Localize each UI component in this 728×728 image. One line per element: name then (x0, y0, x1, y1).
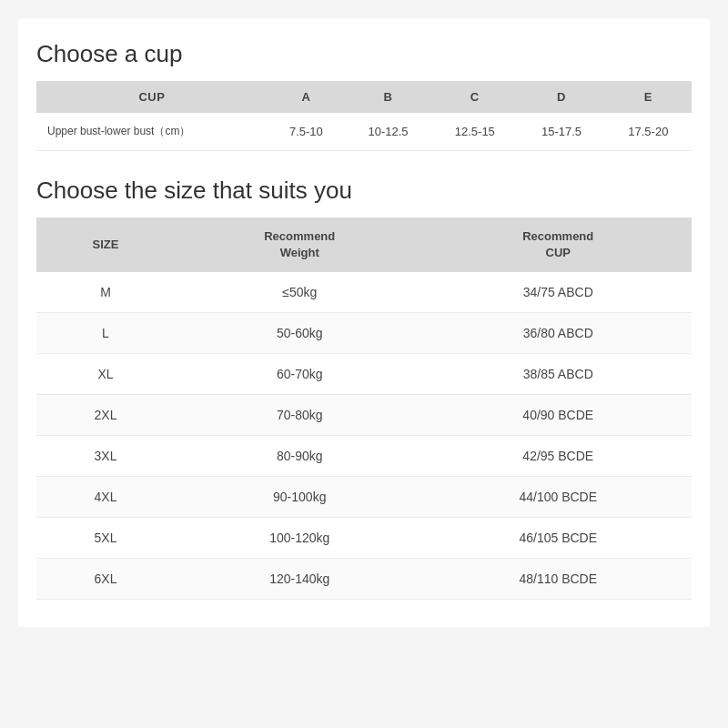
size-cell-size: M (36, 272, 175, 313)
size-cell-cup: 46/105 BCDE (425, 518, 692, 559)
size-cell-size: 3XL (36, 436, 175, 477)
cup-row-a: 7.5-10 (268, 113, 345, 151)
size-col-header-weight: RecommendWeight (175, 217, 425, 272)
size-cell-weight: 80-90kg (175, 436, 425, 477)
cup-col-header-c: C (431, 81, 518, 113)
page-wrapper: Choose a cup CUP A B C D E Upper bust-lo… (18, 18, 710, 627)
cup-row-d: 15-17.5 (518, 113, 604, 151)
size-table-row: XL60-70kg38/85 ABCD (36, 354, 692, 395)
size-cell-size: XL (36, 354, 175, 395)
size-cell-weight: 60-70kg (175, 354, 425, 395)
cup-table-row: Upper bust-lower bust（cm） 7.5-10 10-12.5… (36, 113, 692, 151)
cup-row-label: Upper bust-lower bust（cm） (36, 113, 268, 151)
size-cell-size: 6XL (36, 559, 175, 600)
size-cell-weight: 100-120kg (175, 518, 425, 559)
size-table-row: M≤50kg34/75 ABCD (36, 272, 692, 313)
size-section-title: Choose the size that suits you (36, 177, 692, 205)
cup-table: CUP A B C D E Upper bust-lower bust（cm） … (36, 81, 692, 151)
size-table-row: 4XL90-100kg44/100 BCDE (36, 477, 692, 518)
size-table-header-row: SIZE RecommendWeight RecommendCUP (36, 217, 692, 272)
size-cell-size: 4XL (36, 477, 175, 518)
cup-col-header-e: E (605, 81, 692, 113)
size-col-header-cup: RecommendCUP (425, 217, 692, 272)
cup-col-header-a: A (268, 81, 345, 113)
size-cell-weight: 90-100kg (175, 477, 425, 518)
size-table-row: 5XL100-120kg46/105 BCDE (36, 518, 692, 559)
size-cell-cup: 48/110 BCDE (425, 559, 692, 600)
size-table: SIZE RecommendWeight RecommendCUP M≤50kg… (36, 217, 692, 600)
size-cell-cup: 38/85 ABCD (425, 354, 692, 395)
size-cell-cup: 44/100 BCDE (425, 477, 692, 518)
cup-col-header-d: D (518, 81, 604, 113)
size-cell-cup: 34/75 ABCD (425, 272, 692, 313)
size-cell-cup: 42/95 BCDE (425, 436, 692, 477)
cup-row-b: 10-12.5 (345, 113, 431, 151)
cup-row-c: 12.5-15 (431, 113, 518, 151)
size-cell-weight: 120-140kg (175, 559, 425, 600)
cup-col-header-b: B (345, 81, 431, 113)
size-table-row: 3XL80-90kg42/95 BCDE (36, 436, 692, 477)
size-cell-weight: 50-60kg (175, 313, 425, 354)
size-cell-size: L (36, 313, 175, 354)
size-table-row: L50-60kg36/80 ABCD (36, 313, 692, 354)
cup-section-title: Choose a cup (36, 40, 692, 68)
cup-table-header-row: CUP A B C D E (36, 81, 692, 113)
size-table-row: 6XL120-140kg48/110 BCDE (36, 559, 692, 600)
size-table-row: 2XL70-80kg40/90 BCDE (36, 395, 692, 436)
size-cell-cup: 36/80 ABCD (425, 313, 692, 354)
size-col-header-size: SIZE (36, 217, 175, 272)
size-cell-weight: 70-80kg (175, 395, 425, 436)
cup-col-header-cup: CUP (36, 81, 268, 113)
size-cell-size: 2XL (36, 395, 175, 436)
size-cell-cup: 40/90 BCDE (425, 395, 692, 436)
size-cell-size: 5XL (36, 518, 175, 559)
cup-row-e: 17.5-20 (605, 113, 692, 151)
size-cell-weight: ≤50kg (175, 272, 425, 313)
